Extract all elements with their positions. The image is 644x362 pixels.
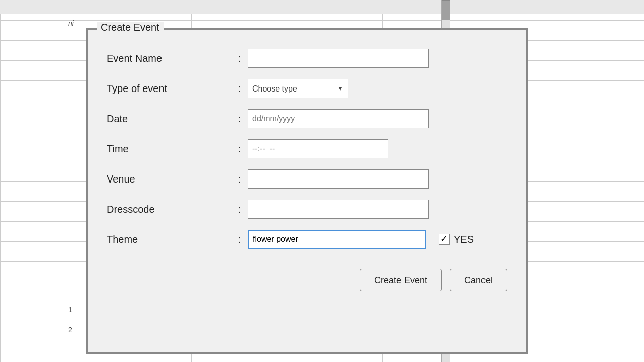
scrollbar-thumb[interactable]	[442, 0, 450, 20]
theme-colon: :	[232, 234, 248, 245]
time-input[interactable]	[248, 139, 388, 158]
cancel-button[interactable]: Cancel	[450, 269, 507, 291]
date-input[interactable]	[248, 109, 429, 128]
theme-row: Theme : YES	[107, 230, 507, 249]
yes-checkbox[interactable]	[439, 234, 450, 245]
type-of-event-control: Choose type Birthday Wedding Conference …	[248, 79, 429, 98]
column-header-row	[0, 0, 644, 14]
event-name-colon: :	[232, 53, 248, 64]
dresscode-control	[248, 200, 429, 219]
date-label: Date	[107, 113, 232, 125]
yes-label: YES	[454, 234, 474, 245]
dresscode-input[interactable]	[248, 200, 429, 219]
date-colon: :	[232, 113, 248, 125]
theme-input[interactable]	[248, 230, 426, 249]
row-number-2: 2	[68, 326, 72, 334]
type-select-wrapper: Choose type Birthday Wedding Conference …	[248, 79, 348, 98]
time-label: Time	[107, 143, 232, 155]
event-name-label: Event Name	[107, 53, 232, 64]
type-of-event-colon: :	[232, 83, 248, 95]
button-row: Create Event Cancel	[107, 269, 507, 291]
create-event-button[interactable]: Create Event	[360, 269, 442, 291]
dresscode-colon: :	[232, 204, 248, 215]
type-of-event-label: Type of event	[107, 83, 232, 95]
time-row: Time :	[107, 139, 507, 158]
event-name-control	[248, 49, 429, 68]
date-row: Date :	[107, 109, 507, 128]
create-event-dialog: Create Event Event Name : Type of event …	[86, 28, 528, 354]
spreadsheet-cell-ni: ni	[68, 19, 74, 27]
venue-row: Venue :	[107, 169, 507, 189]
dialog-content: Event Name : Type of event : Choose type…	[87, 29, 527, 306]
dresscode-label: Dresscode	[107, 204, 232, 215]
yes-section: YES	[439, 234, 474, 245]
venue-colon: :	[232, 173, 248, 185]
date-control	[248, 109, 429, 128]
event-name-row: Event Name :	[107, 49, 507, 68]
time-control	[248, 139, 429, 158]
modal-overlay: Create Event Event Name : Type of event …	[86, 28, 528, 359]
time-colon: :	[232, 143, 248, 155]
dresscode-row: Dresscode :	[107, 200, 507, 219]
venue-label: Venue	[107, 173, 232, 185]
type-of-event-row: Type of event : Choose type Birthday Wed…	[107, 79, 507, 98]
theme-control	[248, 230, 429, 249]
venue-control	[248, 169, 429, 189]
theme-label: Theme	[107, 234, 232, 245]
event-name-input[interactable]	[248, 49, 429, 68]
venue-input[interactable]	[248, 169, 429, 189]
type-of-event-select[interactable]: Choose type Birthday Wedding Conference …	[248, 79, 348, 98]
row-number-1: 1	[68, 306, 72, 314]
dialog-title: Create Event	[97, 22, 164, 33]
